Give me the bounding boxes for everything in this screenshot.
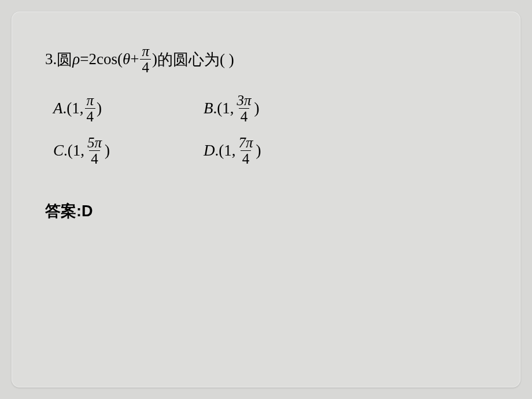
options-row-2: C .(1, 5π 4 ) D .(1, 7π 4 ) (53, 135, 495, 166)
question-line: 3. 圆 ρ = 2cos( θ + π 4 ) 的圆心为( ) (45, 44, 495, 75)
coeff-text: 2cos( (88, 50, 122, 68)
option-a-frac: π 4 (85, 93, 96, 124)
option-d-label: D (204, 142, 215, 160)
option-d: D .(1, 7π 4 ) (204, 135, 354, 166)
option-d-num: 7π (237, 135, 255, 150)
slide-card: 3. 圆 ρ = 2cos( θ + π 4 ) 的圆心为( ) A .(1, … (12, 12, 520, 387)
option-c-label: C (53, 142, 64, 160)
frac-numerator: π (140, 44, 151, 59)
option-d-den: 4 (241, 150, 252, 166)
question-prefix-cjk: 圆 (57, 49, 72, 70)
answer-value: D (82, 202, 93, 220)
theta-symbol: θ (123, 50, 130, 68)
option-a-den: 4 (85, 108, 96, 124)
equals-sign: = (80, 50, 88, 68)
option-b: B .(1, 3π 4 ) (204, 93, 354, 124)
option-a: A .(1, π 4 ) (53, 93, 204, 124)
option-d-frac: 7π 4 (237, 135, 255, 166)
question-suffix-cjk: 的圆心为( ) (157, 49, 234, 70)
option-a-label: A (53, 99, 63, 117)
option-c-suffix: ) (105, 142, 110, 160)
options-row-1: A .(1, π 4 ) B .(1, 3π 4 ) (53, 93, 495, 124)
fraction-pi-4: π 4 (140, 44, 151, 75)
option-a-prefix: .(1, (63, 99, 84, 117)
option-c-prefix: .(1, (64, 142, 84, 160)
option-d-suffix: ) (256, 142, 261, 160)
answer-line: 答案:D (45, 201, 495, 221)
option-b-suffix: ) (254, 99, 260, 117)
options-block: A .(1, π 4 ) B .(1, 3π 4 ) C . (53, 93, 495, 166)
option-b-num: 3π (235, 93, 253, 108)
option-b-frac: 3π 4 (235, 93, 253, 124)
option-d-prefix: .(1, (215, 142, 236, 160)
answer-label: 答案: (45, 202, 82, 220)
option-c-num: 5π (86, 135, 104, 150)
plus-sign: + (130, 50, 139, 68)
option-a-suffix: ) (97, 99, 102, 117)
option-b-prefix: .(1, (213, 99, 234, 117)
option-a-num: π (85, 93, 96, 108)
option-b-den: 4 (239, 108, 250, 124)
frac-denominator: 4 (140, 59, 151, 75)
option-c-frac: 5π 4 (86, 135, 104, 166)
rho-symbol: ρ (72, 50, 80, 68)
option-b-label: B (204, 99, 213, 117)
option-c-den: 4 (89, 150, 100, 166)
question-number: 3. (45, 50, 57, 68)
option-c: C .(1, 5π 4 ) (53, 135, 204, 166)
close-paren: ) (152, 50, 157, 68)
